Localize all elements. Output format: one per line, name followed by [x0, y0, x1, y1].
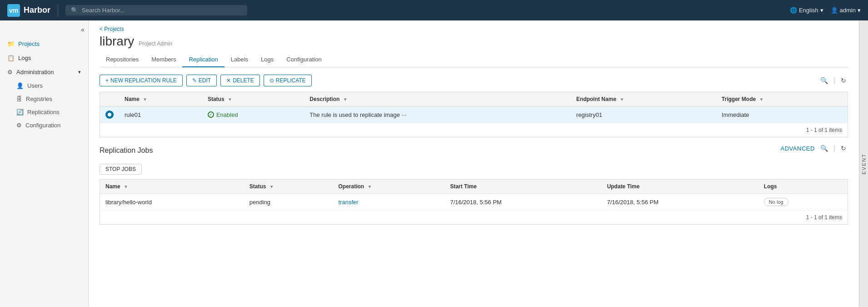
row-selector [105, 111, 114, 119]
sidebar-item-logs[interactable]: 📋 Logs [0, 51, 88, 65]
configuration-label: Configuration [25, 122, 60, 129]
status-label: Enabled [216, 111, 238, 118]
replication-jobs-header: Replication Jobs ADVANCED 🔍 | ↻ [100, 137, 848, 159]
th-job-name: Name ▼ [100, 180, 244, 194]
tab-members[interactable]: Members [145, 52, 182, 67]
table-header-row: Name ▼ Status ▼ Description ▼ Endpoint N… [100, 92, 848, 106]
tab-configuration[interactable]: Configuration [280, 52, 328, 67]
replicate-label: REPLICATE [276, 77, 306, 84]
rule-endpoint-cell: registry01 [571, 106, 716, 123]
tab-replication[interactable]: Replication [182, 52, 224, 67]
registries-icon: 🗄 [16, 96, 22, 102]
edit-icon: ✎ [192, 77, 197, 84]
rule-endpoint: registry01 [576, 111, 602, 118]
advanced-link[interactable]: ADVANCED [781, 145, 815, 152]
language-label: English [799, 7, 818, 14]
delete-icon: ✕ [226, 77, 231, 84]
job-status-cell: pending [244, 194, 333, 211]
event-sidebar[interactable]: EVENT [859, 20, 868, 307]
search-bar[interactable]: 🔍 Search Harbor... [65, 5, 247, 15]
rule-trigger-cell: Immediate [716, 106, 848, 123]
th-name: Name ▼ [119, 92, 202, 106]
replication-jobs-table: Name ▼ Status ▼ Operation ▼ Start Time [100, 179, 848, 211]
rule-description: The rule is used to replicate image ··· [309, 111, 406, 118]
top-navigation: vm Harbor 🔍 Search Harbor... 🌐 English ▾… [0, 0, 868, 20]
search-icon: 🔍 [71, 7, 78, 14]
job-update-time: 7/16/2018, 5:56 PM [607, 199, 658, 206]
jobs-toolbar: STOP JOBS [100, 164, 848, 175]
job-operation[interactable]: transfer [339, 199, 359, 206]
project-role: Project Admin [139, 40, 172, 47]
edit-button[interactable]: ✎ EDIT [186, 75, 217, 86]
sidebar-collapse[interactable]: « [0, 24, 88, 37]
th-job-status: Status ▼ [244, 180, 333, 194]
rule-trigger: Immediate [722, 111, 749, 118]
app-logo[interactable]: vm Harbor [7, 4, 50, 17]
rule-description-cell: The rule is used to replicate image ··· [304, 106, 571, 123]
table-row[interactable]: rule01 ✓ Enabled The rule is used to rep… [100, 106, 848, 123]
replicate-button[interactable]: ⊙ REPLICATE [264, 75, 312, 86]
job-update-time-cell: 7/16/2018, 5:56 PM [602, 194, 758, 211]
refresh-button[interactable]: ↻ [839, 75, 848, 86]
search-button[interactable]: 🔍 [818, 75, 830, 86]
users-label: Users [27, 82, 43, 89]
status-icon: ✓ [208, 111, 214, 118]
projects-icon: 📁 [7, 40, 15, 47]
jobs-search-button[interactable]: 🔍 [818, 143, 830, 154]
new-replication-rule-button[interactable]: + NEW REPLICATION RULE [100, 75, 183, 86]
logs-icon: 📋 [7, 55, 15, 61]
rule-status-cell: ✓ Enabled [202, 106, 304, 123]
plus-icon: + [105, 77, 109, 84]
logo-icon: vm [7, 4, 20, 17]
replicate-icon: ⊙ [269, 77, 274, 84]
replication-jobs-title: Replication Jobs [100, 146, 153, 155]
page-title-row: library Project Admin [100, 34, 848, 49]
tab-labels[interactable]: Labels [224, 52, 254, 67]
th-job-logs: Logs [758, 180, 848, 194]
stop-jobs-button[interactable]: STOP JOBS [100, 164, 142, 175]
breadcrumb[interactable]: < Projects [100, 20, 848, 34]
job-start-time-cell: 7/16/2018, 5:56 PM [444, 194, 601, 211]
no-log-button[interactable]: No log [764, 198, 788, 206]
nav-divider [58, 4, 58, 17]
th-description: Description ▼ [304, 92, 571, 106]
delete-label: DELETE [233, 77, 254, 84]
replications-icon: 🔄 [16, 109, 24, 116]
toolbar-right: 🔍 | ↻ [818, 75, 848, 86]
status-enabled: ✓ Enabled [208, 111, 299, 118]
sidebar-item-replications[interactable]: 🔄 Replications [0, 106, 88, 119]
delete-button[interactable]: ✕ DELETE [220, 75, 260, 86]
sidebar-item-registries[interactable]: 🗄 Registries [0, 92, 88, 106]
replications-label: Replications [27, 109, 60, 116]
replication-rules-table: Name ▼ Status ▼ Description ▼ Endpoint N… [100, 92, 848, 123]
search-placeholder: Search Harbor... [82, 7, 125, 14]
administration-icon: ⚙ [7, 69, 13, 75]
replication-toolbar: + NEW REPLICATION RULE ✎ EDIT ✕ DELETE ⊙… [100, 75, 848, 86]
new-rule-label: NEW REPLICATION RULE [110, 77, 177, 84]
sidebar-item-administration[interactable]: ⚙ Administration ▾ [0, 65, 88, 79]
language-selector[interactable]: 🌐 English ▾ [790, 7, 823, 14]
tab-bar: Repositories Members Replication Labels … [100, 52, 848, 67]
th-job-operation: Operation ▼ [333, 180, 445, 194]
main-layout: « 📁 Projects 📋 Logs ⚙ Administration ▾ 👤… [0, 20, 868, 307]
jobs-table-footer: 1 - 1 of 1 items [100, 211, 848, 225]
sidebar-item-projects[interactable]: 📁 Projects [0, 37, 88, 51]
chevron-icon: ▾ [78, 69, 81, 75]
user-menu[interactable]: 👤 admin ▾ [831, 7, 861, 14]
users-icon: 👤 [16, 82, 24, 89]
sidebar-item-configuration[interactable]: ⚙ Configuration [0, 119, 88, 132]
tab-logs[interactable]: Logs [254, 52, 280, 67]
administration-label: Administration [16, 69, 54, 75]
left-sidebar: « 📁 Projects 📋 Logs ⚙ Administration ▾ 👤… [0, 20, 89, 307]
collapse-icon[interactable]: « [81, 26, 85, 33]
jobs-refresh-button[interactable]: ↻ [839, 143, 848, 154]
job-start-time: 7/16/2018, 5:56 PM [450, 199, 501, 206]
sidebar-item-users[interactable]: 👤 Users [0, 79, 88, 92]
jobs-header-row: Name ▼ Status ▼ Operation ▼ Start Time [100, 180, 848, 194]
app-name: Harbor [24, 5, 50, 15]
username-label: admin [840, 7, 856, 14]
job-name: library/hello-world [105, 199, 152, 206]
row-selector-cell [100, 106, 120, 123]
section-header-right: ADVANCED 🔍 | ↻ [781, 143, 848, 154]
tab-repositories[interactable]: Repositories [100, 52, 145, 67]
